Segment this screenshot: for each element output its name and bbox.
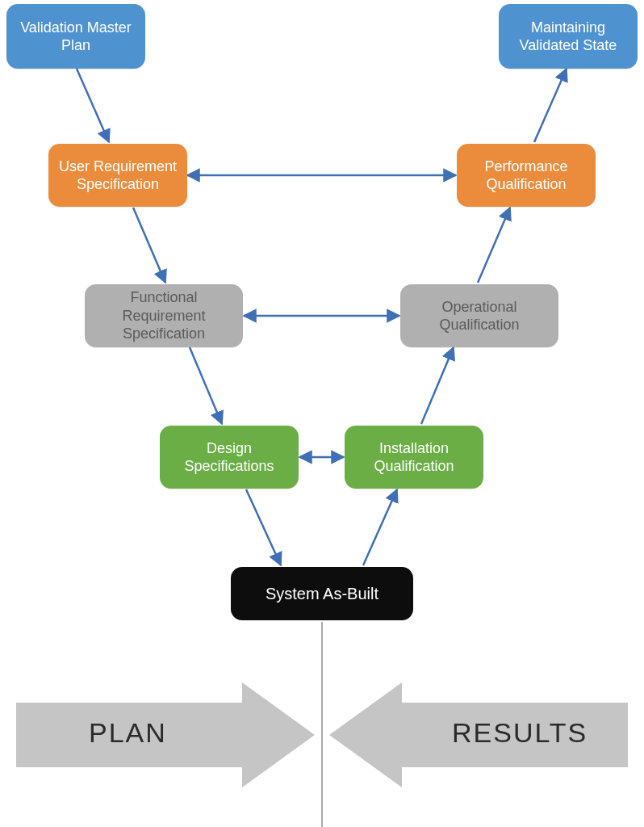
node-label: Installation Qualification	[353, 439, 475, 476]
node-performance-qualification: Performance Qualification	[457, 144, 596, 207]
node-user-requirement-specification: User Requirement Specification	[48, 144, 187, 207]
arrow-iq-oq	[421, 347, 454, 424]
node-label: Functional Requirement Specification	[93, 288, 235, 343]
node-label: User Requirement Specification	[56, 157, 179, 194]
arrow-pq-mvs	[534, 69, 567, 142]
node-label: Design Specifications	[168, 439, 291, 476]
connector-layer	[0, 0, 644, 827]
v-model-diagram: Validation Master Plan Maintaining Valid…	[0, 0, 644, 827]
arrow-urs-frs	[133, 208, 165, 283]
node-label: Performance Qualification	[465, 157, 588, 194]
arrow-oq-pq	[478, 208, 510, 283]
node-installation-qualification: Installation Qualification	[345, 426, 483, 489]
node-system-as-built: System As-Built	[231, 567, 413, 620]
footer-label-results: RESULTS	[452, 717, 588, 749]
node-label: Maintaining Validated State	[507, 19, 629, 55]
node-label: Validation Master Plan	[15, 19, 137, 55]
arrow-ds-sab	[246, 489, 281, 565]
node-label: Operational Qualification	[408, 298, 550, 334]
arrow-frs-ds	[190, 347, 222, 424]
node-functional-requirement-specification: Functional Requirement Specification	[85, 284, 243, 347]
node-validation-master-plan: Validation Master Plan	[6, 4, 145, 69]
arrow-sab-iq	[363, 489, 397, 565]
node-maintaining-validated-state: Maintaining Validated State	[499, 4, 638, 69]
node-operational-qualification: Operational Qualification	[400, 284, 558, 347]
arrow-vmp-urs	[77, 69, 109, 142]
footer-label-plan: PLAN	[89, 717, 167, 749]
node-label: System As-Built	[266, 584, 378, 604]
node-design-specifications: Design Specifications	[160, 426, 299, 489]
